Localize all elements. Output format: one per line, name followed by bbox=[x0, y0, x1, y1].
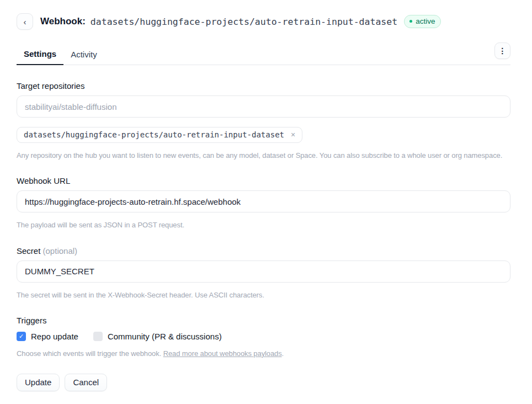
repository-chip: datasets/huggingface-projects/auto-retra… bbox=[17, 127, 302, 143]
secret-optional-text: (optional) bbox=[43, 246, 78, 256]
tab-settings-label: Settings bbox=[24, 49, 56, 59]
secret-label-text: Secret bbox=[17, 246, 40, 256]
trigger-options: ✓ Repo update ✓ Community (PR & discussi… bbox=[17, 332, 510, 341]
cancel-button[interactable]: Cancel bbox=[65, 374, 107, 391]
checkbox-community[interactable]: ✓ Community (PR & discussions) bbox=[93, 332, 222, 341]
remove-repository-button[interactable]: × bbox=[291, 130, 295, 139]
target-repositories-section: Target repositories datasets/huggingface… bbox=[17, 81, 510, 160]
tab-bar: Settings Activity ⋮ bbox=[17, 45, 510, 65]
webhook-url-section: Webhook URL The payload will be sent as … bbox=[17, 176, 510, 230]
secret-label: Secret (optional) bbox=[17, 246, 510, 256]
status-dot-icon bbox=[409, 20, 412, 23]
page-header: ‹ Webhook: datasets/huggingface-projects… bbox=[17, 13, 510, 30]
target-repositories-label: Target repositories bbox=[17, 81, 510, 91]
check-icon: ✓ bbox=[19, 333, 24, 339]
checkbox-repo-update[interactable]: ✓ Repo update bbox=[17, 332, 78, 341]
tab-settings[interactable]: Settings bbox=[17, 45, 63, 65]
secret-help: The secret will be sent in the X-Webhook… bbox=[17, 291, 510, 300]
status-badge: active bbox=[404, 15, 441, 28]
chevron-left-icon: ‹ bbox=[24, 17, 26, 26]
overflow-menu-button[interactable]: ⋮ bbox=[494, 42, 510, 59]
checkbox-icon[interactable]: ✓ bbox=[17, 332, 26, 341]
checkbox-community-label: Community (PR & discussions) bbox=[108, 332, 222, 341]
status-badge-label: active bbox=[416, 17, 435, 25]
webhooks-payloads-link[interactable]: Read more about webhooks payloads bbox=[163, 349, 282, 358]
kebab-icon: ⋮ bbox=[499, 46, 507, 55]
form-actions: Update Cancel bbox=[17, 374, 510, 391]
webhook-url-input[interactable] bbox=[17, 190, 510, 212]
triggers-help-text: Choose which events will trigger the web… bbox=[17, 349, 163, 358]
tab-activity[interactable]: Activity bbox=[63, 45, 104, 65]
triggers-label: Triggers bbox=[17, 316, 510, 325]
webhook-url-help: The payload will be sent as JSON in a PO… bbox=[17, 221, 510, 230]
target-repositories-input[interactable] bbox=[17, 95, 510, 118]
checkbox-repo-update-label: Repo update bbox=[31, 332, 78, 341]
target-repositories-help: Any repository on the hub you want to li… bbox=[17, 151, 510, 160]
webhook-path: datasets/huggingface-projects/auto-retra… bbox=[91, 17, 397, 27]
tab-activity-label: Activity bbox=[71, 50, 97, 59]
update-button[interactable]: Update bbox=[17, 374, 60, 391]
back-button[interactable]: ‹ bbox=[17, 13, 33, 30]
webhook-settings-page: ‹ Webhook: datasets/huggingface-projects… bbox=[0, 0, 532, 391]
triggers-help: Choose which events will trigger the web… bbox=[17, 349, 510, 358]
triggers-section: Triggers ✓ Repo update ✓ Community (PR &… bbox=[17, 316, 510, 358]
webhook-url-label: Webhook URL bbox=[17, 176, 510, 185]
triggers-help-suffix: . bbox=[282, 349, 284, 358]
checkbox-icon[interactable]: ✓ bbox=[93, 332, 103, 341]
secret-section: Secret (optional) The secret will be sen… bbox=[17, 246, 510, 300]
page-title: Webhook: bbox=[40, 16, 86, 27]
close-icon: × bbox=[291, 130, 295, 139]
secret-input[interactable] bbox=[17, 261, 510, 283]
repository-chip-label: datasets/huggingface-projects/auto-retra… bbox=[24, 130, 284, 139]
